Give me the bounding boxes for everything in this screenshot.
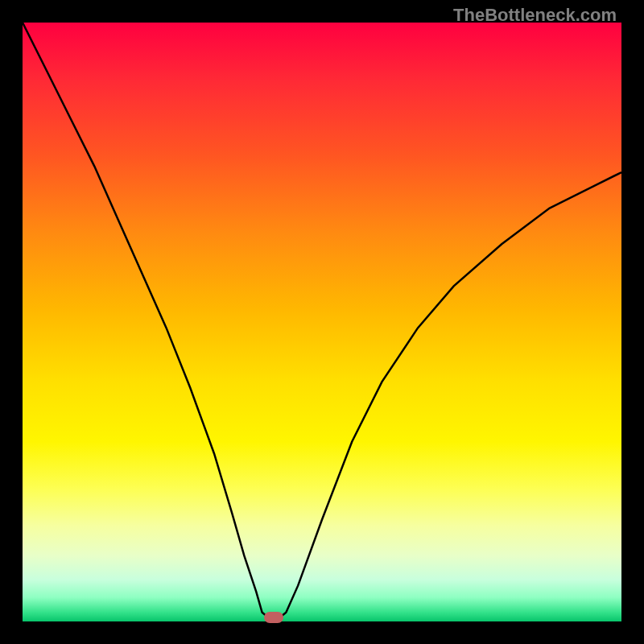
watermark-text: TheBottleneck.com xyxy=(453,5,617,26)
chart-frame: TheBottleneck.com xyxy=(0,0,644,644)
bottleneck-curve xyxy=(23,23,621,621)
marker-point xyxy=(264,612,283,623)
